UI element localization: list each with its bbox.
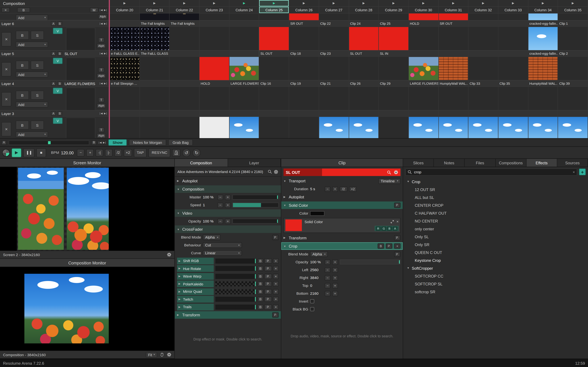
tab-layer[interactable]: Layer [228,159,281,167]
clip-transform-header[interactable]: ▶ Transform P. [281,234,403,242]
layer-solo-button[interactable]: S [31,61,44,70]
composition-clear-button[interactable]: × [1,8,10,12]
screen-monitor-preview[interactable] [0,167,174,250]
column-play-button-32[interactable]: ▶ [468,0,498,7]
layer-a-button[interactable]: A [51,81,56,86]
column-play-button-30[interactable]: ▶ [409,0,439,7]
effect-opacity-slider[interactable] [215,273,257,279]
column-play-button-34[interactable]: ▶ [528,0,558,7]
composition-m-button[interactable]: M [90,8,98,12]
column-header-32[interactable]: Column 32 [468,7,498,13]
effect-preset-center-crop[interactable]: CENTER CROP [403,201,588,209]
speed-value[interactable]: 1 [203,203,216,207]
clip-cell[interactable]: HOLD [409,13,439,26]
master-increment-button[interactable]: + [225,194,231,200]
blend-mode-dropdown[interactable]: Alpha▾ [203,234,221,240]
effect-params-button[interactable]: P. [264,281,272,287]
crop-section-header[interactable]: ▼ Crop B P. × [281,242,403,250]
clip-cell[interactable]: cracked-egg-fallin... [528,27,558,57]
effects-search-input[interactable]: crop × [405,168,577,175]
duration-increment-button[interactable]: + [332,186,338,192]
bpm-value[interactable]: 120.00 [61,150,74,155]
clip-cell[interactable]: Clip 19 [289,57,319,86]
effect-name[interactable]: ▶Shift RGB [177,257,214,264]
layer-solo-button[interactable]: S [31,121,44,130]
effect-opacity-slider[interactable] [215,281,257,287]
column-play-button-28[interactable]: ▶ [349,0,379,7]
source-strip[interactable]: Solid Color × R G B A [284,218,400,233]
clip-cell[interactable] [229,117,259,138]
clip-cell[interactable] [170,87,199,117]
column-header-20[interactable]: Column 20 [110,7,140,13]
video-section-header[interactable]: ▼Video [175,209,281,217]
param-value[interactable]: 3840 [310,275,323,280]
pan-hand-icon[interactable] [160,352,164,357]
clip-cell[interactable] [289,87,319,117]
layer-solo-button[interactable]: S [31,31,44,40]
clear-search-icon[interactable]: × [573,170,575,174]
blend-mode-params-button[interactable]: P. [272,235,279,240]
crossfader-thumb[interactable] [48,141,51,144]
clip-cell[interactable] [170,57,199,86]
effect-remove-button[interactable]: × [273,304,279,309]
layer-add-dropdown[interactable]: Add▾ [16,101,48,108]
layer-clear-button[interactable]: × [1,62,11,76]
effect-name[interactable]: ▶Mirror Quad [177,288,214,295]
opacity-slider[interactable] [233,219,279,224]
alpha-channel-button[interactable]: A [393,226,398,231]
clip-cell[interactable] [498,87,528,117]
effect-preset-12-out-sr[interactable]: 12 OUT SR [403,185,588,193]
deck-tab-show[interactable]: Show [108,139,127,146]
transform-params-button[interactable]: P. [394,235,400,240]
column-header-23[interactable]: Column 23 [199,7,229,13]
opacity-value[interactable]: 100 % [310,260,323,264]
layer-bypass-button[interactable]: B [16,61,29,70]
clip-cell[interactable]: HumptyWall WAL... [528,57,558,86]
effect-preset-keystone-crop[interactable]: Keystone Crop [403,256,588,264]
effect-params-button[interactable]: P. [264,297,272,302]
effect-preset-softcropper[interactable]: ▼SoftCropper [403,264,588,272]
column-play-button-22[interactable]: ▶ [170,0,199,7]
composition-monitor-preview[interactable] [0,267,174,350]
clip-cell[interactable]: SL IN [379,27,409,57]
layer-skip-buttons[interactable]: |◀ ▶| [100,82,107,85]
layer-add-dropdown[interactable]: Add▾ [16,15,48,21]
effect-bypass-button[interactable]: B [258,289,263,294]
clip-cell[interactable]: cracked-egg-fallin... [528,13,558,26]
composition-skip-buttons[interactable]: |◀ ▶| [100,8,107,11]
clip-cell[interactable]: LARGE FLOWERS [229,57,259,86]
layer-video-button[interactable]: V [53,28,62,34]
column-play-button-25[interactable]: ▶ [259,0,289,7]
crop-blend-mode-dropdown[interactable]: Alpha▾ [310,251,328,257]
tab-effects[interactable]: Effects [526,159,557,167]
layer-b-button[interactable]: B [57,51,62,56]
clip-cell[interactable] [229,87,259,117]
effect-name[interactable]: ▶Hue Rotate [177,265,214,272]
clip-cell[interactable]: e Fall Sleepign ... [110,57,140,86]
crop-params-button[interactable]: P. [386,243,392,249]
layer-b-button[interactable]: B [57,81,62,86]
behaviour-dropdown[interactable]: Cut▾ [203,242,242,248]
speed-slider[interactable] [233,203,279,208]
effect-remove-button[interactable]: × [273,289,279,294]
solid-color-params-button[interactable]: P. [394,203,400,208]
redo-button[interactable]: ↻ [192,149,201,157]
layer-bypass-button[interactable]: B [16,121,29,130]
layer-skip-buttons[interactable]: |◀ ▶| [100,22,107,25]
clip-cell[interactable] [110,117,140,138]
clip-cell[interactable]: Clip 33 [468,57,498,86]
layer-skip-buttons[interactable]: |◀ ▶| [100,112,107,115]
effect-params-button[interactable]: P. [264,274,272,279]
layer-video-button[interactable]: V [53,88,62,94]
clip-cell[interactable]: Clip 35 [498,57,528,86]
duration-double-button[interactable]: ×2 [349,186,357,192]
layer-solo-button[interactable]: S [31,91,44,100]
effect-remove-button[interactable]: × [273,281,279,287]
effect-bypass-button[interactable]: B [258,266,263,271]
tab-composition[interactable]: Composition [175,159,228,167]
color-swatch[interactable] [310,211,324,216]
clip-cell[interactable] [289,117,319,138]
master-value[interactable]: 100 % [203,195,216,199]
param-decrement-button[interactable]: − [325,291,330,296]
clip-cell[interactable] [110,87,140,117]
